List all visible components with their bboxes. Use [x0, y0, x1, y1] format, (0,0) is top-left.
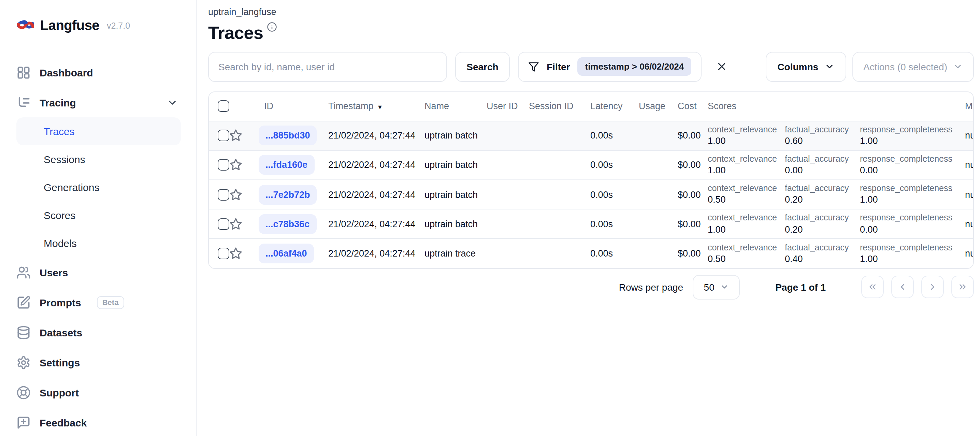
score-label: factual_accuracy [785, 154, 860, 165]
sidebar-item-datasets[interactable]: Datasets [0, 317, 196, 347]
search-button[interactable]: Search [455, 51, 510, 81]
table-row[interactable]: ...06af4a0 21/02/2024, 04:27:44 uptrain … [209, 239, 974, 268]
chevron-down-icon [720, 282, 729, 291]
column-header-user-id[interactable]: User ID [487, 101, 529, 111]
score-label: factual_accuracy [785, 124, 860, 135]
favorite-star-icon[interactable] [229, 218, 242, 231]
cost-cell: $0.00 [678, 189, 708, 200]
table-row[interactable]: ...7e2b72b 21/02/2024, 04:27:44 uptrain … [209, 180, 974, 209]
rows-per-page-select[interactable]: 50 [693, 275, 740, 299]
table-row[interactable]: ...fda160e 21/02/2024, 04:27:44 uptrain … [209, 150, 974, 180]
sidebar-item-tracing[interactable]: Tracing [0, 88, 196, 117]
actions-button-label: Actions (0 selected) [863, 61, 947, 72]
latency-cell: 0.00s [590, 160, 639, 170]
score-label: response_completeness [860, 183, 965, 194]
timestamp-header-label: Timestamp [328, 101, 374, 111]
actions-button[interactable]: Actions (0 selected) [853, 51, 974, 81]
trace-id-link[interactable]: ...885bd30 [259, 126, 317, 145]
search-input[interactable] [208, 51, 447, 81]
filter-button[interactable]: Filter timestamp > 06/02/2024 [518, 51, 702, 81]
sidebar-item-settings[interactable]: Settings [0, 347, 196, 377]
score-value: 1.00 [860, 135, 965, 147]
users-icon [16, 265, 31, 279]
last-page-button[interactable] [951, 276, 974, 298]
sidebar-item-label: Dashboard [40, 67, 93, 78]
sidebar-item-generations[interactable]: Generations [16, 173, 181, 201]
score-cell: factual_accuracy0.60 [785, 124, 860, 147]
pagination: Rows per page 50 Page 1 of 1 [208, 275, 974, 299]
column-header-metadata[interactable]: Metadata [965, 101, 974, 111]
score-value: 1.00 [708, 223, 785, 236]
score-label: factual_accuracy [785, 183, 860, 194]
breadcrumb-project[interactable]: uptrain_langfuse [208, 7, 974, 17]
cost-cell: $0.00 [678, 248, 708, 259]
sidebar-item-dashboard[interactable]: Dashboard [0, 57, 196, 88]
trace-id-link[interactable]: ...fda160e [259, 155, 314, 175]
select-all-checkbox[interactable] [218, 100, 229, 112]
previous-page-button[interactable] [891, 276, 914, 298]
column-header-latency[interactable]: Latency [590, 101, 639, 111]
favorite-star-icon[interactable] [229, 188, 242, 201]
page-title: Traces [208, 23, 263, 43]
table-row[interactable]: ...c78b36c 21/02/2024, 04:27:44 uptrain … [209, 209, 974, 238]
row-checkbox[interactable] [218, 159, 229, 171]
list-tree-icon [16, 95, 31, 110]
column-header-session-id[interactable]: Session ID [529, 101, 590, 111]
chevron-down-icon[interactable] [167, 97, 178, 108]
favorite-star-icon[interactable] [229, 159, 242, 172]
sidebar-item-label: Datasets [40, 326, 82, 338]
column-header-id[interactable]: ID [251, 101, 328, 111]
trace-id-link[interactable]: ...c78b36c [259, 214, 316, 234]
trace-name: uptrain batch [425, 130, 487, 140]
latency-cell: 0.00s [590, 219, 639, 229]
score-label: factual_accuracy [785, 242, 860, 253]
columns-button[interactable]: Columns [766, 51, 846, 81]
gear-icon [16, 355, 31, 369]
sidebar-item-models[interactable]: Models [16, 229, 181, 257]
filter-chip[interactable]: timestamp > 06/02/2024 [578, 57, 691, 76]
trace-id-link[interactable]: ...06af4a0 [259, 243, 314, 263]
sidebar-item-scores[interactable]: Scores [16, 201, 181, 229]
score-cell: response_completeness0.00 [860, 154, 965, 177]
column-header-usage[interactable]: Usage [639, 101, 678, 111]
table-row[interactable]: ...885bd30 21/02/2024, 04:27:44 uptrain … [209, 121, 974, 150]
score-value: 0.40 [785, 253, 860, 265]
column-header-timestamp[interactable]: Timestamp▼ [328, 101, 425, 111]
langfuse-logo-icon [16, 18, 34, 33]
score-label: context_relevance [708, 124, 785, 135]
sidebar-item-users[interactable]: Users [0, 257, 196, 287]
clear-filter-icon[interactable] [716, 61, 727, 72]
chevron-down-icon [824, 61, 835, 72]
trace-name: uptrain batch [425, 219, 487, 229]
row-checkbox[interactable] [218, 248, 229, 259]
favorite-star-icon[interactable] [229, 247, 242, 260]
sidebar-item-sessions[interactable]: Sessions [16, 145, 181, 173]
trace-timestamp: 21/02/2024, 04:27:44 [328, 130, 425, 140]
sidebar-item-feedback[interactable]: Feedback [0, 407, 196, 436]
row-checkbox[interactable] [218, 189, 229, 200]
column-header-scores[interactable]: Scores [708, 101, 965, 111]
sidebar-item-traces[interactable]: Traces [16, 117, 181, 145]
score-label: response_completeness [860, 124, 965, 135]
page-status: Page 1 of 1 [775, 282, 826, 292]
score-value: 0.50 [708, 253, 785, 265]
trace-timestamp: 21/02/2024, 04:27:44 [328, 248, 425, 259]
score-label: context_relevance [708, 154, 785, 165]
score-value: 1.00 [860, 253, 965, 265]
score-cell: context_relevance0.50 [708, 242, 785, 265]
score-value: 0.60 [785, 135, 860, 147]
info-icon[interactable] [267, 22, 277, 32]
row-checkbox[interactable] [218, 130, 229, 141]
row-checkbox[interactable] [218, 218, 229, 230]
first-page-button[interactable] [861, 276, 884, 298]
sidebar-item-support[interactable]: Support [0, 377, 196, 407]
favorite-star-icon[interactable] [229, 129, 242, 142]
next-page-button[interactable] [921, 276, 944, 298]
column-header-cost[interactable]: Cost [678, 101, 708, 111]
column-header-name[interactable]: Name [425, 101, 487, 111]
trace-id-link[interactable]: ...7e2b72b [259, 185, 317, 204]
metadata-cell: null [965, 189, 974, 200]
sidebar-item-prompts[interactable]: Prompts Beta [0, 287, 196, 317]
score-label: context_relevance [708, 183, 785, 194]
score-label: response_completeness [860, 213, 965, 224]
